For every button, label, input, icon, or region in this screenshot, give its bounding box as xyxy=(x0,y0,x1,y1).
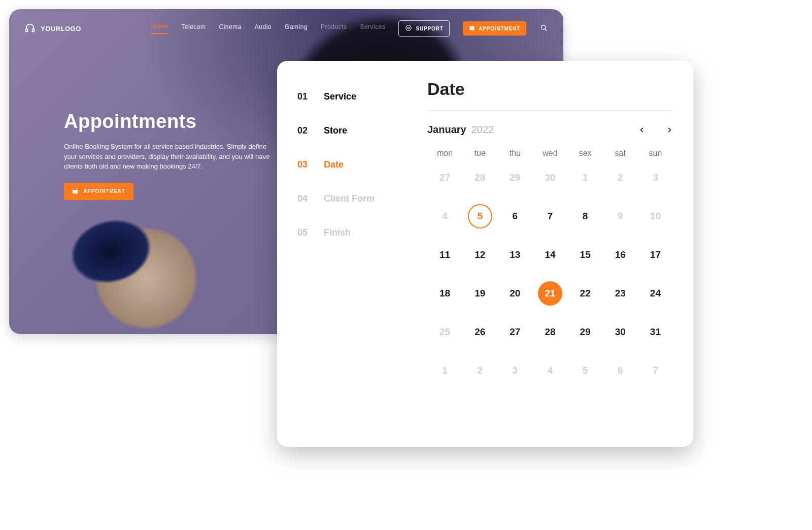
calendar-day[interactable]: 2 xyxy=(603,167,638,188)
weekday-label: sex xyxy=(568,149,603,158)
modal-step-date[interactable]: 03Date xyxy=(297,159,419,170)
chevron-right-icon[interactable] xyxy=(666,126,673,134)
calendar-day[interactable]: 31 xyxy=(638,321,673,343)
modal-title: Date xyxy=(427,79,673,99)
weekday-label: tue xyxy=(462,149,497,158)
calendar-day[interactable]: 1 xyxy=(427,360,462,381)
step-label: Date xyxy=(324,159,344,170)
appointment-label: APPOINTMENT xyxy=(479,26,520,31)
calendar-day[interactable]: 28 xyxy=(532,321,567,343)
calendar-day[interactable]: 4 xyxy=(532,360,567,381)
headphones-icon xyxy=(24,22,36,35)
calendar-day[interactable]: 21 xyxy=(532,283,567,304)
calendar-day[interactable]: 10 xyxy=(638,206,673,227)
modal-step-service[interactable]: 01Service xyxy=(297,91,419,102)
calendar-header: January 2022 xyxy=(427,124,673,136)
weekday-label: sat xyxy=(603,149,638,158)
main-nav: HomeTelecomCinemaAudioGamingProductsServ… xyxy=(151,20,548,37)
nav-item-products[interactable]: Products xyxy=(321,23,347,34)
calendar-day[interactable]: 23 xyxy=(603,283,638,304)
step-label: Store xyxy=(324,125,347,136)
calendar-day[interactable]: 3 xyxy=(497,360,532,381)
calendar-day[interactable]: 30 xyxy=(603,321,638,343)
svg-point-3 xyxy=(408,27,410,29)
svg-rect-1 xyxy=(32,28,35,31)
step-label: Client Form xyxy=(324,193,375,204)
svg-point-5 xyxy=(542,25,546,30)
calendar-day[interactable]: 20 xyxy=(497,283,532,304)
calendar-day[interactable]: 19 xyxy=(462,283,497,304)
calendar-day[interactable]: 12 xyxy=(462,244,497,266)
calendar-day[interactable]: 22 xyxy=(568,283,603,304)
brand-logo[interactable]: YOURLOGO xyxy=(24,22,81,35)
calendar-day[interactable]: 14 xyxy=(532,244,567,266)
calendar-nav xyxy=(638,126,673,134)
calendar-grid: 2728293012345678910111213141516171819202… xyxy=(427,167,673,381)
calendar-day[interactable]: 17 xyxy=(638,244,673,266)
hero-appointment-button[interactable]: APPOINTMENT xyxy=(64,183,133,200)
calendar-day[interactable]: 4 xyxy=(427,206,462,227)
calendar-day[interactable]: 6 xyxy=(603,360,638,381)
calendar-day[interactable]: 5 xyxy=(462,206,497,227)
calendar-day[interactable]: 9 xyxy=(603,206,638,227)
topbar: YOURLOGO HomeTelecomCinemaAudioGamingPro… xyxy=(9,9,563,48)
hero-cta-label: APPOINTMENT xyxy=(83,188,126,194)
calendar-day[interactable]: 13 xyxy=(497,244,532,266)
support-button[interactable]: SUPPORT xyxy=(398,20,450,37)
calendar-day[interactable]: 29 xyxy=(568,321,603,343)
calendar-day[interactable]: 7 xyxy=(532,206,567,227)
chevron-left-icon[interactable] xyxy=(638,126,646,134)
calendar-day[interactable]: 18 xyxy=(427,283,462,304)
svg-rect-4 xyxy=(470,26,475,30)
modal-content: Date January 2022 montuethuwedsexsatsun … xyxy=(419,61,693,447)
hero-title: Appointments xyxy=(64,111,277,132)
support-label: SUPPORT xyxy=(416,26,443,31)
divider xyxy=(427,110,673,111)
calendar-day[interactable]: 3 xyxy=(638,167,673,188)
calendar-day[interactable]: 26 xyxy=(462,321,497,343)
modal-step-client-form[interactable]: 04Client Form xyxy=(297,193,419,204)
modal-step-finish[interactable]: 05Finish xyxy=(297,227,419,238)
calendar-day[interactable]: 27 xyxy=(427,167,462,188)
calendar-day[interactable]: 7 xyxy=(638,360,673,381)
nav-item-cinema[interactable]: Cinema xyxy=(219,23,241,34)
appointment-button[interactable]: APPOINTMENT xyxy=(463,21,526,36)
calendar-day[interactable]: 5 xyxy=(568,360,603,381)
step-number: 04 xyxy=(297,193,313,204)
nav-item-gaming[interactable]: Gaming xyxy=(285,23,308,34)
appointment-modal: 01Service02Store03Date04Client Form05Fin… xyxy=(277,61,693,447)
calendar-day[interactable]: 16 xyxy=(603,244,638,266)
calendar-day[interactable]: 1 xyxy=(568,167,603,188)
calendar-day[interactable]: 28 xyxy=(462,167,497,188)
calendar-month: January xyxy=(427,124,466,136)
calendar-day[interactable]: 24 xyxy=(638,283,673,304)
step-number: 02 xyxy=(297,125,313,136)
step-number: 05 xyxy=(297,227,313,238)
hero-body: Online Booking System for all service ba… xyxy=(64,142,277,172)
calendar-day[interactable]: 2 xyxy=(462,360,497,381)
calendar-year: 2022 xyxy=(471,124,494,136)
calendar-day[interactable]: 27 xyxy=(497,321,532,343)
weekday-label: wed xyxy=(532,149,567,158)
weekday-label: mon xyxy=(427,149,462,158)
calendar-day[interactable]: 30 xyxy=(532,167,567,188)
calendar-icon xyxy=(469,25,475,32)
nav-item-telecom[interactable]: Telecom xyxy=(181,23,206,34)
calendar-day[interactable]: 25 xyxy=(427,321,462,343)
nav-item-services[interactable]: Services xyxy=(360,23,385,34)
calendar-day[interactable]: 29 xyxy=(497,167,532,188)
calendar-day[interactable]: 15 xyxy=(568,244,603,266)
step-label: Finish xyxy=(324,227,351,238)
step-label: Service xyxy=(324,91,356,102)
svg-line-6 xyxy=(545,29,547,30)
svg-rect-9 xyxy=(74,188,74,189)
search-icon[interactable] xyxy=(539,23,548,34)
calendar-day[interactable]: 11 xyxy=(427,244,462,266)
calendar-day[interactable]: 8 xyxy=(568,206,603,227)
modal-step-store[interactable]: 02Store xyxy=(297,125,419,136)
nav-item-audio[interactable]: Audio xyxy=(255,23,272,34)
svg-rect-10 xyxy=(76,188,77,189)
calendar-day[interactable]: 6 xyxy=(497,206,532,227)
nav-item-home[interactable]: Home xyxy=(151,23,168,34)
brand-name: YOURLOGO xyxy=(41,25,81,32)
